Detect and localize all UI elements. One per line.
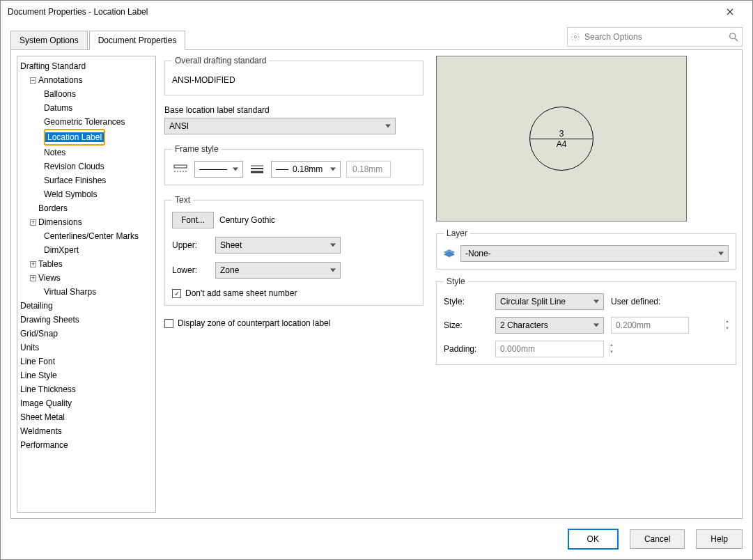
font-button[interactable]: Font... bbox=[172, 212, 214, 228]
layer-group: Layer -None- bbox=[436, 228, 736, 270]
layer-legend: Layer bbox=[444, 228, 470, 238]
tree-notes[interactable]: Notes bbox=[20, 146, 153, 160]
preview-panel: 3 A4 bbox=[436, 56, 687, 221]
upper-label: Upper: bbox=[172, 240, 210, 250]
size-label: Size: bbox=[444, 320, 488, 330]
tree-virtual-sharps[interactable]: Virtual Sharps bbox=[20, 285, 153, 299]
user-defined-input[interactable]: ▲▼ bbox=[611, 317, 689, 334]
frame-style-legend: Frame style bbox=[172, 144, 222, 154]
search-input[interactable] bbox=[583, 31, 728, 42]
svg-point-0 bbox=[574, 36, 577, 38]
frame-thickness-dropdown[interactable]: 0.18mm bbox=[271, 161, 341, 178]
tree-borders[interactable]: Borders bbox=[20, 201, 153, 215]
base-standard-label: Base location label standard bbox=[164, 105, 424, 115]
size-dropdown[interactable]: 2 Characters bbox=[495, 317, 604, 334]
tree-location-label[interactable]: Location Label bbox=[20, 129, 153, 146]
cancel-button[interactable]: Cancel bbox=[630, 529, 685, 549]
preview-top-text: 3 bbox=[559, 129, 564, 139]
base-standard-dropdown[interactable]: ANSI bbox=[164, 118, 396, 134]
tree-line-font[interactable]: Line Font bbox=[20, 355, 153, 368]
frame-style-group: Frame style bbox=[164, 144, 424, 185]
category-tree[interactable]: Drafting Standard −Annotations Balloons … bbox=[17, 56, 156, 513]
tree-views[interactable]: +Views bbox=[20, 271, 153, 285]
ok-button[interactable]: OK bbox=[568, 529, 619, 550]
preview-bottom-text: A4 bbox=[557, 139, 567, 149]
tree-revision-clouds[interactable]: Revision Clouds bbox=[20, 160, 153, 173]
lower-dropdown[interactable]: Zone bbox=[215, 262, 341, 279]
tree-weldments[interactable]: Weldments bbox=[20, 424, 153, 438]
display-zone-checkbox[interactable]: Display zone of counterpart location lab… bbox=[164, 318, 424, 328]
frame-thickness-icon bbox=[249, 162, 265, 177]
tree-units[interactable]: Units bbox=[20, 341, 153, 355]
dont-add-checkbox[interactable]: ✓ Don't add same sheet number bbox=[172, 288, 416, 298]
frame-style-icon-1 bbox=[172, 162, 189, 177]
overall-drafting-standard-legend: Overall drafting standard bbox=[172, 56, 269, 65]
style-group-legend: Style bbox=[444, 277, 468, 286]
tree-dimxpert[interactable]: DimXpert bbox=[20, 243, 153, 257]
help-button[interactable]: Help bbox=[696, 529, 743, 549]
user-defined-label: User defined: bbox=[611, 297, 690, 306]
tree-image-quality[interactable]: Image Quality bbox=[20, 396, 153, 410]
search-icon bbox=[728, 31, 739, 42]
tree-surface-finishes[interactable]: Surface Finishes bbox=[20, 173, 153, 187]
frame-thickness-readonly: 0.18mm bbox=[346, 161, 391, 178]
tree-drafting-standard[interactable]: Drafting Standard bbox=[20, 59, 153, 73]
font-name-label: Century Gothic bbox=[219, 215, 275, 225]
layer-icon bbox=[444, 249, 455, 258]
tree-centerlines[interactable]: Centerlines/Center Marks bbox=[20, 229, 153, 243]
overall-drafting-standard-group: Overall drafting standard ANSI-MODIFIED bbox=[164, 56, 424, 95]
tree-line-thickness[interactable]: Line Thickness bbox=[20, 382, 153, 396]
style-dropdown[interactable]: Circular Split Line bbox=[495, 293, 604, 310]
tab-document-properties[interactable]: Document Properties bbox=[89, 31, 186, 50]
tree-dimensions[interactable]: +Dimensions bbox=[20, 215, 153, 229]
tree-grid-snap[interactable]: Grid/Snap bbox=[20, 327, 153, 341]
tree-weld-symbols[interactable]: Weld Symbols bbox=[20, 187, 153, 201]
search-options-field[interactable] bbox=[567, 27, 743, 47]
svg-point-1 bbox=[730, 33, 736, 39]
close-icon bbox=[727, 8, 733, 15]
preview-symbol: 3 A4 bbox=[529, 107, 593, 171]
tree-sheet-metal[interactable]: Sheet Metal bbox=[20, 410, 153, 424]
tree-tables[interactable]: +Tables bbox=[20, 257, 153, 271]
svg-rect-2 bbox=[174, 165, 187, 168]
tree-line-style[interactable]: Line Style bbox=[20, 368, 153, 382]
lower-label: Lower: bbox=[172, 265, 210, 275]
tab-system-options[interactable]: System Options bbox=[10, 31, 88, 50]
text-legend: Text bbox=[172, 195, 193, 205]
window-title: Document Properties - Location Label bbox=[8, 7, 715, 17]
tree-balloons[interactable]: Balloons bbox=[20, 87, 153, 101]
frame-line-style-dropdown[interactable] bbox=[194, 161, 243, 178]
style-label: Style: bbox=[444, 297, 488, 306]
close-button[interactable] bbox=[715, 1, 745, 22]
dialog-footer: OK Cancel Help bbox=[1, 519, 752, 559]
text-group: Text Font... Century Gothic Upper: Sheet… bbox=[164, 195, 424, 306]
titlebar: Document Properties - Location Label bbox=[1, 1, 752, 23]
tree-geometric-tolerances[interactable]: Geometric Tolerances bbox=[20, 115, 153, 129]
options-tabs: System Options Document Properties bbox=[10, 31, 185, 50]
upper-dropdown[interactable]: Sheet bbox=[215, 237, 341, 254]
tree-drawing-sheets[interactable]: Drawing Sheets bbox=[20, 313, 153, 327]
style-group: Style Style: Circular Split Line User de… bbox=[436, 277, 736, 365]
padding-label: Padding: bbox=[444, 344, 488, 354]
overall-drafting-standard-value: ANSI-MODIFIED bbox=[172, 72, 416, 88]
tree-annotations[interactable]: −Annotations bbox=[20, 73, 153, 87]
layer-dropdown[interactable]: -None- bbox=[460, 245, 729, 262]
tree-performance[interactable]: Performance bbox=[20, 438, 153, 452]
tree-datums[interactable]: Datums bbox=[20, 101, 153, 115]
padding-input[interactable]: ▲▼ bbox=[495, 341, 604, 357]
gear-icon bbox=[570, 32, 580, 42]
tree-detailing[interactable]: Detailing bbox=[20, 299, 153, 313]
